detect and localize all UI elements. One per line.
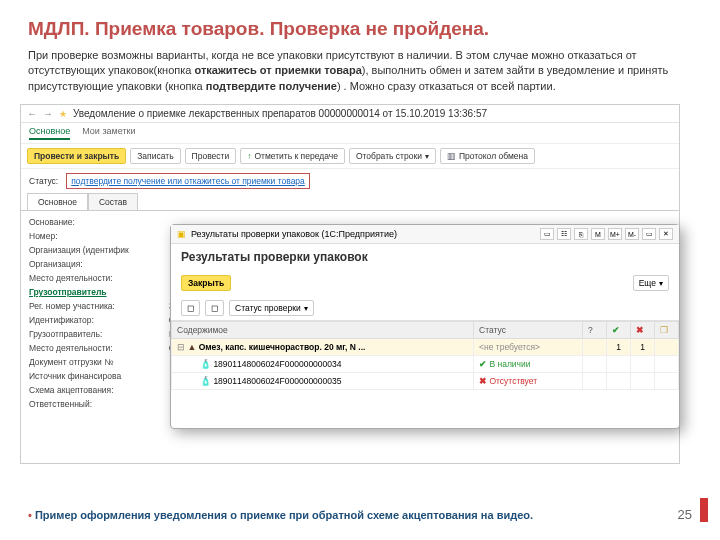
accent-bar — [700, 498, 708, 522]
expand-all-button[interactable]: ◻ — [181, 300, 200, 316]
label-fin-src: Источник финансирова — [29, 371, 169, 381]
dialog-window-buttons: ▭ ☷ ⎘ M M+ M- ▭ ✕ — [540, 228, 673, 240]
cross-icon: ✖ — [479, 376, 487, 386]
toolbar: Провести и закрыть Записать Провести ↑От… — [21, 143, 679, 169]
label-number: Номер: — [29, 231, 169, 241]
label-sender2: Грузоотправитель: — [29, 329, 169, 339]
select-rows-button[interactable]: Отобрать строки▾ — [349, 148, 436, 164]
label-place2: Место деятельности: — [29, 343, 169, 353]
check-icon: ✔ — [479, 359, 487, 369]
label-ident: Идентификатор: — [29, 315, 169, 325]
dialog-title-text: Результаты проверки упаковок (1С:Предпри… — [191, 229, 397, 239]
desc-bold1: откажитесь от приемки товара — [194, 64, 361, 76]
dialog-title-bar: ▣ Результаты проверки упаковок (1С:Предп… — [171, 225, 679, 244]
label-org-ident: Организация (идентифик — [29, 245, 169, 255]
post-button[interactable]: Провести — [185, 148, 237, 164]
calc-icon[interactable]: ▭ — [540, 228, 554, 240]
group-name: Омез, капс. кишечнораствор. 20 мг, N ... — [199, 342, 366, 352]
pack-status: Отсутствует — [489, 376, 537, 386]
label-doc-no: Документ отгрузки № — [29, 357, 169, 367]
subtab-composition[interactable]: Состав — [88, 193, 138, 210]
post-close-button[interactable]: Провести и закрыть — [27, 148, 126, 164]
app-header: ← → ★ Уведомление о приемке лекарственны… — [21, 105, 679, 123]
dialog-toolbar: Закрыть Еще▾ — [171, 270, 679, 296]
col-question[interactable]: ? — [583, 322, 607, 339]
slide-description: При проверке возможны варианты, когда не… — [28, 48, 692, 94]
table-row[interactable]: 🧴 18901148006024F000000000034 ✔ В наличи… — [172, 356, 679, 373]
tab-main[interactable]: Основное — [29, 126, 70, 140]
col-content[interactable]: Содержимое — [172, 322, 474, 339]
results-table: Содержимое Статус ? ✔ ✖ ❐ ⊟ ▲ Омез, капс… — [171, 321, 679, 390]
chevron-down-icon: ▾ — [304, 304, 308, 313]
pack-code: 18901148006024F000000000034 — [213, 359, 341, 369]
screenshot-area: ← → ★ Уведомление о приемке лекарственны… — [20, 104, 680, 464]
status-value-link[interactable]: подтвердите получение или откажитесь от … — [66, 173, 310, 189]
mark-send-button[interactable]: ↑Отметить к передаче — [240, 148, 345, 164]
col-copy-icon[interactable]: ❐ — [655, 322, 679, 339]
label-org: Организация: — [29, 259, 169, 269]
mem-mminus-button[interactable]: M- — [625, 228, 639, 240]
slide-title: МДЛП. Приемка товаров. Проверка не пройд… — [28, 18, 692, 40]
status-row: Статус: подтвердите получение или откажи… — [21, 169, 679, 193]
dialog-app-icon: ▣ — [177, 229, 186, 239]
collapse-all-button[interactable]: ◻ — [205, 300, 224, 316]
exchange-protocol-button[interactable]: ▥Протокол обмена — [440, 148, 535, 164]
dialog-close-button[interactable]: Закрыть — [181, 275, 231, 291]
desc-part3: ) . Можно сразу отказаться от всей парти… — [337, 80, 556, 92]
col-cross-icon[interactable]: ✖ — [631, 322, 655, 339]
protocol-icon: ▥ — [447, 151, 456, 161]
sub-tabs: Основное Состав — [21, 193, 679, 211]
favorite-icon[interactable]: ★ — [59, 109, 67, 119]
dialog-heading: Результаты проверки упаковок — [171, 244, 679, 270]
chevron-down-icon: ▾ — [659, 279, 663, 288]
mem-m-button[interactable]: M — [591, 228, 605, 240]
desc-bold2: подтвердите получение — [206, 80, 337, 92]
nav-forward-icon[interactable]: → — [43, 108, 53, 119]
subtab-main[interactable]: Основное — [27, 193, 88, 210]
bottle-icon: 🧴 — [200, 376, 211, 386]
group-status: <не требуется> — [474, 339, 583, 356]
write-button[interactable]: Записать — [130, 148, 180, 164]
pack-status: В наличии — [489, 359, 530, 369]
table-row[interactable]: 🧴 18901148006024F000000000035 ✖ Отсутств… — [172, 373, 679, 390]
label-accept-scheme: Схема акцептования: — [29, 385, 169, 395]
collapse-icon[interactable]: ⊟ — [177, 342, 185, 352]
check-icon: ✔ — [612, 325, 620, 335]
attach-icon[interactable]: ⎘ — [574, 228, 588, 240]
label-responsible: Ответственный: — [29, 399, 169, 409]
count-check: 1 — [607, 339, 631, 356]
date-icon[interactable]: ☷ — [557, 228, 571, 240]
dialog-subtoolbar: ◻ ◻ Статус проверки ▾ — [171, 296, 679, 321]
label-basis: Основание: — [29, 217, 169, 227]
table-row-group[interactable]: ⊟ ▲ Омез, капс. кишечнораствор. 20 мг, N… — [172, 339, 679, 356]
check-results-dialog: ▣ Результаты проверки упаковок (1С:Предп… — [170, 224, 680, 429]
stack-icon: ❐ — [660, 325, 668, 335]
window-shrink-button[interactable]: ▭ — [642, 228, 656, 240]
window-title: Уведомление о приемке лекарственных преп… — [73, 108, 487, 119]
cross-icon: ✖ — [636, 325, 644, 335]
arrow-up-icon: ↑ — [247, 151, 251, 161]
label-place: Место деятельности: — [29, 273, 169, 283]
window-close-button[interactable]: ✕ — [659, 228, 673, 240]
status-filter-dropdown[interactable]: Статус проверки ▾ — [229, 300, 314, 316]
top-tabs: Основное Мои заметки — [21, 123, 679, 143]
bottle-icon: 🧴 — [200, 359, 211, 369]
status-label: Статус: — [29, 176, 58, 186]
label-reg-no: Рег. номер участника: — [29, 301, 169, 311]
med-icon: ▲ — [187, 342, 196, 352]
nav-back-icon[interactable]: ← — [27, 108, 37, 119]
col-check-icon[interactable]: ✔ — [607, 322, 631, 339]
pack-code: 18901148006024F000000000035 — [213, 376, 341, 386]
footer-bullet: Пример оформления уведомления о приемке … — [28, 508, 533, 522]
page-number: 25 — [678, 507, 692, 522]
col-status[interactable]: Статус — [474, 322, 583, 339]
tab-notes[interactable]: Мои заметки — [82, 126, 135, 140]
chevron-down-icon: ▾ — [425, 152, 429, 161]
count-cross: 1 — [631, 339, 655, 356]
mem-mplus-button[interactable]: M+ — [608, 228, 622, 240]
slide-footer: Пример оформления уведомления о приемке … — [28, 507, 692, 522]
label-sender-group[interactable]: Грузоотправитель — [29, 287, 169, 297]
dialog-more-button[interactable]: Еще▾ — [633, 275, 669, 291]
